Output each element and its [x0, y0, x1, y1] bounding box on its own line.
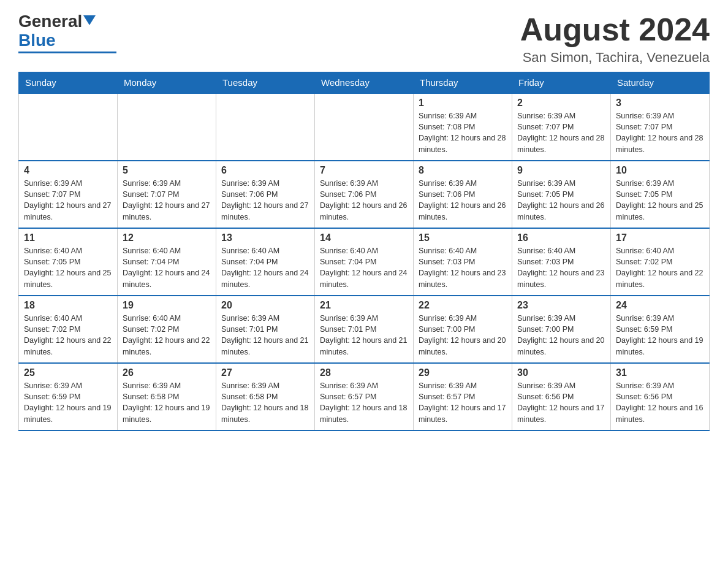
day-info: Sunrise: 6:39 AMSunset: 7:08 PMDaylight:… — [419, 110, 507, 155]
calendar-cell: 16Sunrise: 6:40 AMSunset: 7:03 PMDayligh… — [512, 228, 611, 296]
calendar-cell: 13Sunrise: 6:40 AMSunset: 7:04 PMDayligh… — [216, 228, 315, 296]
day-info: Sunrise: 6:39 AMSunset: 7:06 PMDaylight:… — [221, 178, 309, 223]
calendar-cell: 17Sunrise: 6:40 AMSunset: 7:02 PMDayligh… — [611, 228, 710, 296]
main-title: August 2024 — [520, 12, 710, 47]
calendar-table: Sunday Monday Tuesday Wednesday Thursday… — [18, 72, 710, 431]
day-info: Sunrise: 6:39 AMSunset: 7:00 PMDaylight:… — [419, 313, 507, 358]
day-info: Sunrise: 6:39 AMSunset: 7:00 PMDaylight:… — [517, 313, 605, 358]
logo-text: General — [18, 12, 96, 31]
day-info: Sunrise: 6:39 AMSunset: 6:58 PMDaylight:… — [123, 380, 211, 425]
day-number: 10 — [616, 165, 704, 176]
day-number: 19 — [123, 300, 211, 311]
logo-underline — [18, 52, 116, 53]
col-wednesday: Wednesday — [315, 72, 414, 94]
day-number: 30 — [517, 367, 605, 378]
day-info: Sunrise: 6:39 AMSunset: 7:07 PMDaylight:… — [616, 110, 704, 155]
day-number: 12 — [123, 232, 211, 243]
day-info: Sunrise: 6:40 AMSunset: 7:04 PMDaylight:… — [123, 245, 211, 290]
day-number: 14 — [320, 232, 408, 243]
calendar-week-row-3: 11Sunrise: 6:40 AMSunset: 7:05 PMDayligh… — [19, 228, 710, 296]
calendar-week-row-2: 4Sunrise: 6:39 AMSunset: 7:07 PMDaylight… — [19, 161, 710, 228]
day-info: Sunrise: 6:40 AMSunset: 7:05 PMDaylight:… — [24, 245, 112, 290]
day-number: 23 — [517, 300, 605, 311]
header: General Blue August 2024 San Simon, Tach… — [18, 12, 710, 66]
calendar-cell: 21Sunrise: 6:39 AMSunset: 7:01 PMDayligh… — [315, 296, 414, 363]
calendar-cell: 29Sunrise: 6:39 AMSunset: 6:57 PMDayligh… — [414, 363, 512, 431]
calendar-cell: 12Sunrise: 6:40 AMSunset: 7:04 PMDayligh… — [118, 228, 216, 296]
day-info: Sunrise: 6:39 AMSunset: 7:01 PMDaylight:… — [221, 313, 309, 358]
day-number: 22 — [419, 300, 507, 311]
day-info: Sunrise: 6:39 AMSunset: 6:56 PMDaylight:… — [616, 380, 704, 425]
col-sunday: Sunday — [19, 72, 118, 94]
day-info: Sunrise: 6:40 AMSunset: 7:02 PMDaylight:… — [24, 313, 112, 358]
day-number: 29 — [419, 367, 507, 378]
calendar-cell: 22Sunrise: 6:39 AMSunset: 7:00 PMDayligh… — [414, 296, 512, 363]
logo-blue-text: Blue — [18, 31, 56, 50]
calendar-cell — [216, 93, 315, 161]
day-info: Sunrise: 6:39 AMSunset: 7:07 PMDaylight:… — [123, 178, 211, 223]
day-info: Sunrise: 6:39 AMSunset: 7:05 PMDaylight:… — [616, 178, 704, 223]
calendar-cell: 27Sunrise: 6:39 AMSunset: 6:58 PMDayligh… — [216, 363, 315, 431]
day-info: Sunrise: 6:39 AMSunset: 7:06 PMDaylight:… — [320, 178, 408, 223]
day-number: 18 — [24, 300, 112, 311]
calendar-cell: 6Sunrise: 6:39 AMSunset: 7:06 PMDaylight… — [216, 161, 315, 228]
day-number: 16 — [517, 232, 605, 243]
day-info: Sunrise: 6:39 AMSunset: 7:07 PMDaylight:… — [24, 178, 112, 223]
calendar-cell: 18Sunrise: 6:40 AMSunset: 7:02 PMDayligh… — [19, 296, 118, 363]
col-saturday: Saturday — [611, 72, 710, 94]
day-number: 6 — [221, 165, 309, 176]
calendar-cell: 10Sunrise: 6:39 AMSunset: 7:05 PMDayligh… — [611, 161, 710, 228]
calendar-week-row-4: 18Sunrise: 6:40 AMSunset: 7:02 PMDayligh… — [19, 296, 710, 363]
calendar-week-row-1: 1Sunrise: 6:39 AMSunset: 7:08 PMDaylight… — [19, 93, 710, 161]
calendar-cell: 24Sunrise: 6:39 AMSunset: 6:59 PMDayligh… — [611, 296, 710, 363]
day-number: 4 — [24, 165, 112, 176]
day-info: Sunrise: 6:39 AMSunset: 6:59 PMDaylight:… — [24, 380, 112, 425]
calendar-cell: 4Sunrise: 6:39 AMSunset: 7:07 PMDaylight… — [19, 161, 118, 228]
calendar-cell: 7Sunrise: 6:39 AMSunset: 7:06 PMDaylight… — [315, 161, 414, 228]
day-number: 9 — [517, 165, 605, 176]
day-number: 8 — [419, 165, 507, 176]
day-number: 3 — [616, 98, 704, 109]
calendar-cell — [315, 93, 414, 161]
day-number: 2 — [517, 98, 605, 109]
logo-triangle-icon — [83, 15, 96, 25]
calendar-cell: 5Sunrise: 6:39 AMSunset: 7:07 PMDaylight… — [118, 161, 216, 228]
day-number: 20 — [221, 300, 309, 311]
day-info: Sunrise: 6:39 AMSunset: 7:06 PMDaylight:… — [419, 178, 507, 223]
calendar-cell: 19Sunrise: 6:40 AMSunset: 7:02 PMDayligh… — [118, 296, 216, 363]
col-friday: Friday — [512, 72, 611, 94]
day-info: Sunrise: 6:39 AMSunset: 6:56 PMDaylight:… — [517, 380, 605, 425]
day-number: 27 — [221, 367, 309, 378]
calendar-cell: 26Sunrise: 6:39 AMSunset: 6:58 PMDayligh… — [118, 363, 216, 431]
calendar-cell: 25Sunrise: 6:39 AMSunset: 6:59 PMDayligh… — [19, 363, 118, 431]
calendar-cell: 31Sunrise: 6:39 AMSunset: 6:56 PMDayligh… — [611, 363, 710, 431]
day-number: 24 — [616, 300, 704, 311]
calendar-cell: 3Sunrise: 6:39 AMSunset: 7:07 PMDaylight… — [611, 93, 710, 161]
day-number: 13 — [221, 232, 309, 243]
day-info: Sunrise: 6:39 AMSunset: 6:57 PMDaylight:… — [419, 380, 507, 425]
day-number: 26 — [123, 367, 211, 378]
calendar-header-row: Sunday Monday Tuesday Wednesday Thursday… — [19, 72, 710, 94]
day-info: Sunrise: 6:40 AMSunset: 7:02 PMDaylight:… — [616, 245, 704, 290]
day-info: Sunrise: 6:39 AMSunset: 6:57 PMDaylight:… — [320, 380, 408, 425]
day-number: 25 — [24, 367, 112, 378]
calendar-cell: 30Sunrise: 6:39 AMSunset: 6:56 PMDayligh… — [512, 363, 611, 431]
day-number: 31 — [616, 367, 704, 378]
calendar-cell: 14Sunrise: 6:40 AMSunset: 7:04 PMDayligh… — [315, 228, 414, 296]
calendar-week-row-5: 25Sunrise: 6:39 AMSunset: 6:59 PMDayligh… — [19, 363, 710, 431]
day-info: Sunrise: 6:39 AMSunset: 7:05 PMDaylight:… — [517, 178, 605, 223]
logo-area: General Blue — [18, 12, 116, 53]
col-thursday: Thursday — [414, 72, 512, 94]
calendar-cell: 9Sunrise: 6:39 AMSunset: 7:05 PMDaylight… — [512, 161, 611, 228]
col-tuesday: Tuesday — [216, 72, 315, 94]
calendar-cell — [19, 93, 118, 161]
calendar-cell: 8Sunrise: 6:39 AMSunset: 7:06 PMDaylight… — [414, 161, 512, 228]
day-number: 1 — [419, 98, 507, 109]
calendar-cell: 20Sunrise: 6:39 AMSunset: 7:01 PMDayligh… — [216, 296, 315, 363]
day-info: Sunrise: 6:40 AMSunset: 7:03 PMDaylight:… — [517, 245, 605, 290]
day-info: Sunrise: 6:39 AMSunset: 6:59 PMDaylight:… — [616, 313, 704, 358]
calendar-cell: 23Sunrise: 6:39 AMSunset: 7:00 PMDayligh… — [512, 296, 611, 363]
day-info: Sunrise: 6:39 AMSunset: 7:01 PMDaylight:… — [320, 313, 408, 358]
calendar-cell: 28Sunrise: 6:39 AMSunset: 6:57 PMDayligh… — [315, 363, 414, 431]
calendar-cell — [118, 93, 216, 161]
